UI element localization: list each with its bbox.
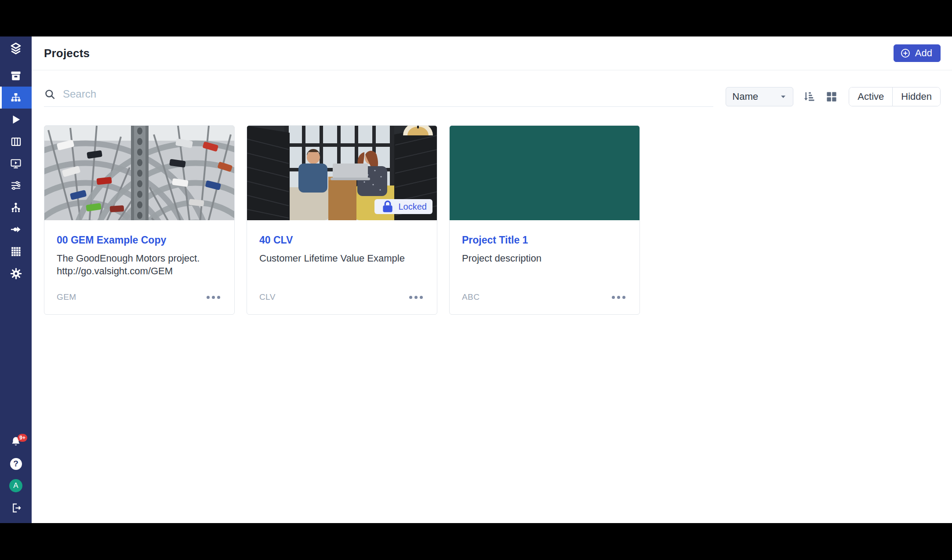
card-body: Project Title 1 Project description ABC (450, 220, 640, 314)
sidebar-item-assumptions[interactable] (0, 175, 32, 196)
project-tag: ABC (462, 292, 480, 302)
flow-arrow-icon (10, 223, 22, 236)
hierarchy-icon (10, 91, 22, 104)
page-header: Projects Add (32, 36, 952, 70)
sidebar-item-simulation[interactable] (0, 109, 32, 131)
presentation-screen-icon (10, 157, 22, 170)
project-description: Customer Lifetime Value Example (259, 252, 425, 265)
locked-badge-label: Locked (399, 202, 427, 212)
toolbar: Name (32, 70, 952, 107)
dot (617, 296, 620, 299)
add-button-label: Add (915, 47, 932, 59)
dot (409, 296, 412, 299)
letterbox-bottom (0, 523, 952, 560)
locked-badge: Locked (374, 199, 433, 214)
sidebar-item-board[interactable] (0, 131, 32, 153)
project-tag: CLV (259, 292, 276, 302)
card-footer: ABC (462, 292, 627, 302)
sliders-icon (10, 179, 22, 192)
sidebar-item-data-tables[interactable] (0, 240, 32, 262)
logout-icon (10, 502, 22, 514)
project-card-grid: 00 GEM Example Copy The GoodEnough Motor… (32, 107, 952, 315)
project-title-link[interactable]: 00 GEM Example Copy (57, 234, 222, 246)
help-icon: ? (10, 458, 22, 470)
chevron-down-icon (780, 93, 787, 100)
sidebar-item-logout[interactable] (0, 497, 32, 519)
project-tag: GEM (57, 292, 76, 302)
sidebar-item-dataflow[interactable] (0, 218, 32, 240)
project-image-gem (44, 126, 234, 220)
sidebar-bottom-pad (0, 519, 32, 523)
card-menu-button[interactable] (205, 294, 222, 301)
filter-hidden-button[interactable]: Hidden (892, 87, 940, 106)
sidebar-item-archive[interactable] (0, 65, 32, 87)
sidebar-item-logo[interactable] (0, 38, 32, 60)
sidebar-item-help[interactable]: ? (0, 453, 32, 475)
lock-icon (380, 199, 395, 214)
page-title: Projects (44, 47, 90, 60)
visibility-filter: Active Hidden (849, 87, 941, 106)
add-button[interactable]: Add (894, 44, 941, 62)
grid-view-button[interactable] (824, 89, 839, 104)
grid-view-icon (825, 90, 838, 103)
notifications-badge: 9+ (18, 434, 27, 442)
card-footer: GEM (57, 292, 222, 302)
letterbox-top (0, 0, 952, 36)
dot (612, 296, 615, 299)
sidebar-item-model[interactable] (0, 196, 32, 218)
card-footer: CLV (259, 292, 425, 302)
main-content: Projects Add Name (32, 36, 952, 523)
card-menu-button[interactable] (407, 294, 425, 301)
sort-by-select[interactable]: Name (726, 87, 793, 106)
project-card-abc: Project Title 1 Project description ABC (449, 125, 640, 315)
project-title-link[interactable]: 40 CLV (259, 234, 425, 246)
sort-by-value: Name (732, 91, 758, 102)
sidebar: 9+ ? A (0, 36, 32, 523)
avatar: A (9, 479, 22, 492)
app-window: 9+ ? A Projects Add (0, 36, 952, 523)
card-menu-button[interactable] (610, 294, 627, 301)
search-icon (44, 88, 56, 100)
bell-icon: 9+ (10, 436, 22, 448)
car-tower-illustration (44, 126, 234, 220)
settings-gear-icon (10, 267, 22, 280)
data-grid-icon (10, 245, 22, 258)
archive-icon (10, 69, 22, 82)
dot (420, 296, 423, 299)
columns-icon (10, 136, 22, 148)
sort-amount-icon (802, 90, 815, 103)
dot (212, 296, 215, 299)
project-image-abc (450, 126, 640, 220)
project-card-gem: 00 GEM Example Copy The GoodEnough Motor… (44, 125, 235, 315)
card-body: 00 GEM Example Copy The GoodEnough Motor… (44, 220, 234, 314)
project-description: Project description (462, 252, 627, 265)
toolbar-controls: Name (726, 87, 941, 106)
sidebar-spacer (0, 284, 32, 431)
card-body: 40 CLV Customer Lifetime Value Example C… (247, 220, 437, 314)
search-box (44, 86, 713, 107)
dot (217, 296, 220, 299)
play-icon (10, 114, 22, 125)
project-description: The GoodEnough Motors project. http://go… (57, 252, 222, 278)
node-graph-icon (10, 201, 22, 214)
sidebar-item-settings[interactable] (0, 262, 32, 284)
sidebar-item-presentation[interactable] (0, 153, 32, 175)
sort-direction-button[interactable] (801, 89, 816, 104)
filter-active-button[interactable]: Active (849, 87, 892, 106)
project-image-clv: Locked (247, 126, 437, 220)
sidebar-item-notifications[interactable]: 9+ (0, 431, 32, 453)
search-input[interactable] (63, 88, 712, 100)
sidebar-item-projects-hierarchy[interactable] (0, 87, 32, 109)
dot (414, 296, 418, 299)
dot (622, 296, 625, 299)
sidebar-item-account[interactable]: A (0, 475, 32, 497)
project-card-clv: Locked 40 CLV Customer Lifetime Value Ex… (247, 125, 437, 315)
dot (207, 296, 210, 299)
layers-logo-icon (8, 42, 23, 57)
plus-circle-icon (900, 48, 911, 58)
project-title-link[interactable]: Project Title 1 (462, 234, 627, 246)
